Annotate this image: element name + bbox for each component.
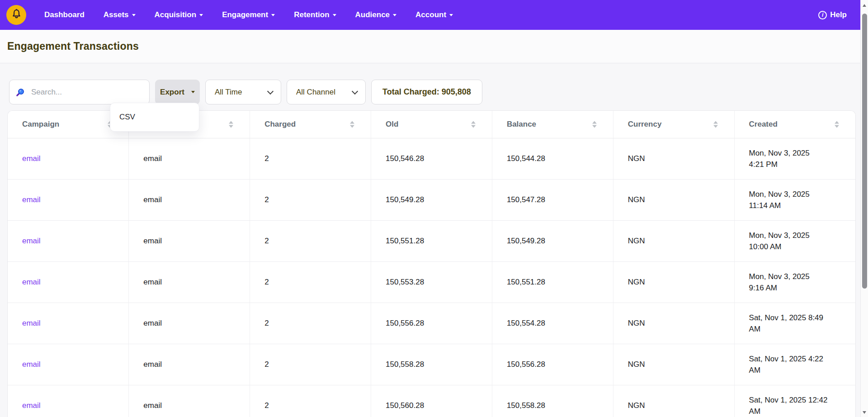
transactions-table-card: Campaign Charged Old Balance Currency Cr… [7, 110, 856, 417]
channel-cell: email [129, 138, 250, 179]
help-label: Help [830, 10, 847, 19]
sort-icon [350, 121, 354, 128]
balance-cell: 150,554.28 [492, 303, 613, 344]
nav-item-audience[interactable]: Audience [355, 10, 397, 19]
column-header-charged[interactable]: Charged [250, 111, 371, 138]
created-cell: Sat, Nov 1, 2025 4:22 AM [734, 344, 855, 385]
export-menu-item-csv[interactable]: CSV [110, 106, 199, 128]
total-charged-badge: Total Charged: 905,808 [371, 80, 482, 104]
column-header-currency[interactable]: Currency [613, 111, 734, 138]
sort-icon [835, 121, 839, 128]
column-header-old[interactable]: Old [371, 111, 492, 138]
campaign-cell: email [8, 385, 129, 417]
table-row: email email 2 150,560.28 150,558.28 NGN … [8, 385, 855, 417]
old-cell: 150,553.28 [371, 261, 492, 303]
export-button[interactable]: Export [155, 80, 200, 104]
currency-cell: NGN [613, 303, 734, 344]
time-filter-select[interactable]: All Time [205, 80, 281, 104]
chevron-down-icon [333, 14, 336, 16]
info-icon: i [818, 11, 827, 19]
balance-cell: 150,549.28 [492, 220, 613, 261]
search-input[interactable] [9, 80, 150, 104]
currency-cell: NGN [613, 385, 734, 417]
campaign-link[interactable]: email [22, 237, 41, 245]
created-cell: Mon, Nov 3, 2025 11:14 AM [734, 179, 855, 220]
campaign-cell: email [8, 303, 129, 344]
campaign-link[interactable]: email [22, 360, 41, 369]
old-cell: 150,558.28 [371, 344, 492, 385]
channel-cell: email [129, 261, 250, 303]
currency-cell: NGN [613, 344, 734, 385]
old-cell: 150,546.28 [371, 138, 492, 179]
currency-cell: NGN [613, 179, 734, 220]
column-header-created[interactable]: Created [734, 111, 855, 138]
main-nav: Dashboard Assets Acquisition Engagement … [44, 10, 453, 19]
vertical-scrollbar[interactable] [860, 0, 868, 417]
sort-icon [713, 121, 718, 128]
nav-item-retention[interactable]: Retention [294, 10, 336, 19]
chevron-down-icon [132, 14, 136, 16]
notifications-bell-button[interactable] [6, 5, 26, 25]
created-cell: Mon, Nov 3, 2025 10:00 AM [734, 220, 855, 261]
nav-item-account[interactable]: Account [415, 10, 453, 19]
campaign-cell: email [8, 344, 129, 385]
campaign-cell: email [8, 179, 129, 220]
table-row: email email 2 150,546.28 150,544.28 NGN … [8, 138, 855, 179]
channel-cell: email [129, 220, 250, 261]
nav-item-engagement[interactable]: Engagement [222, 10, 275, 19]
campaign-link[interactable]: email [22, 401, 41, 410]
campaign-link[interactable]: email [22, 278, 41, 286]
charged-cell: 2 [250, 303, 371, 344]
channel-filter-select[interactable]: All Channel [287, 80, 366, 104]
old-cell: 150,551.28 [371, 220, 492, 261]
charged-cell: 2 [250, 179, 371, 220]
balance-cell: 150,544.28 [492, 138, 613, 179]
campaign-link[interactable]: email [22, 319, 41, 327]
search-box [9, 80, 150, 104]
balance-cell: 150,556.28 [492, 344, 613, 385]
balance-cell: 150,551.28 [492, 261, 613, 303]
nav-item-assets[interactable]: Assets [104, 10, 136, 19]
campaign-cell: email [8, 138, 129, 179]
charged-cell: 2 [250, 344, 371, 385]
scrollbar-up-arrow[interactable] [863, 4, 866, 7]
scrollbar-thumb[interactable] [862, 14, 867, 289]
column-header-balance[interactable]: Balance [492, 111, 613, 138]
help-button[interactable]: i Help [818, 10, 847, 19]
sort-icon [471, 121, 476, 128]
campaign-link[interactable]: email [22, 154, 41, 163]
charged-cell: 2 [250, 385, 371, 417]
created-cell: Mon, Nov 3, 2025 9:16 AM [734, 261, 855, 303]
transactions-table: Campaign Charged Old Balance Currency Cr… [8, 111, 855, 417]
sort-icon [229, 121, 233, 128]
old-cell: 150,560.28 [371, 385, 492, 417]
export-dropdown-menu: CSV [110, 103, 199, 132]
table-body: email email 2 150,546.28 150,544.28 NGN … [8, 138, 855, 417]
chevron-down-icon [199, 14, 203, 16]
balance-cell: 150,547.28 [492, 179, 613, 220]
bell-icon [10, 8, 23, 22]
chevron-down-icon [449, 14, 453, 16]
search-icon [16, 88, 25, 97]
old-cell: 150,556.28 [371, 303, 492, 344]
created-cell: Mon, Nov 3, 2025 4:21 PM [734, 138, 855, 179]
scrollbar-down-arrow[interactable] [863, 411, 866, 414]
created-cell: Sat, Nov 1, 2025 8:49 AM [734, 303, 855, 344]
channel-cell: email [129, 179, 250, 220]
nav-item-dashboard[interactable]: Dashboard [44, 10, 85, 19]
campaign-link[interactable]: email [22, 195, 41, 204]
created-cell: Sat, Nov 1, 2025 12:42 AM [734, 385, 855, 417]
page-header: Engagement Transactions [0, 30, 860, 63]
chevron-down-icon [393, 14, 396, 16]
top-navbar: Dashboard Assets Acquisition Engagement … [0, 0, 860, 30]
table-row: email email 2 150,549.28 150,547.28 NGN … [8, 179, 855, 220]
campaign-cell: email [8, 220, 129, 261]
table-row: email email 2 150,553.28 150,551.28 NGN … [8, 261, 855, 303]
sort-icon [592, 121, 597, 128]
balance-cell: 150,558.28 [492, 385, 613, 417]
table-row: email email 2 150,551.28 150,549.28 NGN … [8, 220, 855, 261]
page-title: Engagement Transactions [7, 40, 139, 52]
currency-cell: NGN [613, 261, 734, 303]
nav-item-acquisition[interactable]: Acquisition [155, 10, 203, 19]
filter-toolbar: Export All Time All Channel Total Charge… [9, 80, 482, 104]
